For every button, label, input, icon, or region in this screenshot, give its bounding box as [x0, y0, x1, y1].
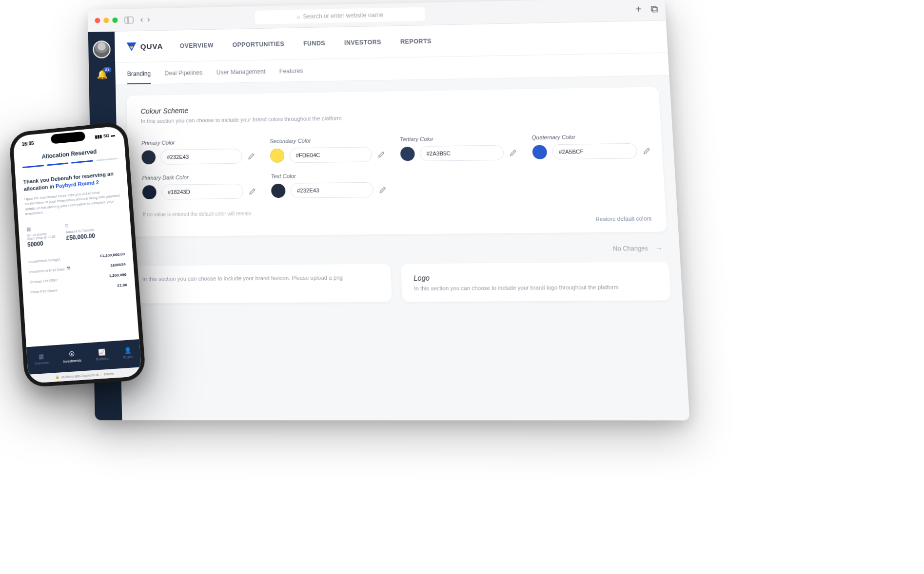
eyedropper-icon[interactable] — [509, 148, 518, 157]
tab-investments[interactable]: ⦿Investments — [62, 350, 81, 364]
chart-icon: 📈 — [98, 348, 106, 356]
nav-funds[interactable]: FUNDS — [303, 39, 325, 47]
subtab-features[interactable]: Features — [279, 67, 303, 81]
sidebar-toggle-icon[interactable] — [124, 17, 133, 23]
traffic-lights — [95, 18, 118, 23]
eyedropper-icon[interactable] — [377, 150, 386, 159]
row-value: £1.00 — [117, 283, 127, 288]
arrow-right-icon[interactable]: → — [655, 244, 663, 252]
color-field-text: Text Color — [271, 172, 388, 199]
color-field-tertiary: Tertiary Color — [400, 134, 518, 161]
stat-value: 50000 — [27, 239, 56, 248]
no-changes-label: No Changes — [613, 245, 649, 252]
color-field-secondary: Secondary Color — [270, 136, 387, 163]
nav-reports[interactable]: REPORTS — [400, 38, 432, 45]
phone-stats: ▦ No. of shares Share price @ £1.00 5000… — [26, 218, 124, 248]
stat-shares: ▦ No. of shares Share price @ £1.00 5000… — [26, 224, 56, 248]
step-indicator — [22, 165, 44, 168]
color-field-primary-dark: Primary Dark Color — [142, 173, 257, 200]
phone-url-text: vc-demo-app-2.quva.co.uk — Private — [61, 372, 114, 379]
transfer-icon: ⎘ — [65, 221, 95, 229]
color-label: Secondary Color — [270, 136, 386, 144]
phone-time: 16:05 — [21, 140, 34, 147]
eyedropper-icon[interactable] — [248, 187, 257, 196]
favicon-card: In this section you can choose to includ… — [130, 264, 392, 304]
color-input[interactable] — [419, 145, 504, 161]
shares-icon: ▦ — [26, 224, 55, 232]
restore-default-colors-link[interactable]: Restore default colors — [143, 215, 651, 227]
browser-window: ‹ › ⌕ Search or enter website name + ⧉ 🔔… — [88, 0, 689, 421]
nav-overview[interactable]: OVERVIEW — [180, 42, 214, 49]
nav-arrows: ‹ › — [140, 14, 150, 24]
eyedropper-icon[interactable] — [378, 185, 388, 194]
phone-mockup: 16:05 ▮▮▮ 5G ▬ Allocation Reserved Thank… — [9, 121, 146, 387]
no-changes-row: No Changes → — [130, 242, 668, 259]
tab-portfolio[interactable]: 📈Portfolio — [95, 348, 109, 361]
detail-text: Upon the investment close date you will … — [24, 188, 121, 217]
new-tab-button[interactable]: + — [635, 3, 642, 15]
color-input[interactable] — [551, 143, 637, 160]
color-swatch[interactable] — [271, 184, 286, 198]
url-placeholder: Search or enter website name — [303, 11, 383, 20]
step-indicator — [96, 158, 118, 161]
signal-bars-icon: ▮▮▮ — [95, 134, 102, 139]
tab-profile[interactable]: 👤Profile — [122, 346, 133, 359]
thank-prefix: Thank you Deborah for reserving an alloc… — [23, 171, 114, 192]
color-field-quaternary: Quaternary Color — [531, 133, 652, 160]
favicon-desc: In this section you can choose to includ… — [142, 274, 379, 282]
profile-icon: 👤 — [124, 347, 132, 354]
row-label: Shares On Offer — [30, 278, 58, 284]
color-swatch[interactable] — [400, 147, 415, 161]
step-indicator — [47, 162, 69, 166]
row-value: 1,200,000 — [109, 272, 126, 278]
url-bar[interactable]: ⌕ Search or enter website name — [255, 7, 426, 24]
stat-amount: ⎘ Amount to Transfer £50,000.00 — [65, 221, 96, 245]
color-input[interactable] — [290, 182, 374, 198]
close-window-button[interactable] — [95, 18, 100, 23]
tab-label: Portfolio — [96, 357, 109, 361]
subtab-deal-pipelines[interactable]: Deal Pipelines — [164, 69, 202, 84]
color-label: Quaternary Color — [531, 133, 651, 140]
color-swatch[interactable] — [142, 185, 157, 199]
tab-overview-button[interactable]: ⧉ — [650, 3, 658, 15]
eyedropper-icon[interactable] — [247, 152, 256, 161]
row-label: Investment Sought — [28, 257, 60, 264]
color-grid: Primary Color Secondary Color — [141, 133, 650, 200]
stat-value: £50,000.00 — [66, 232, 95, 242]
phone-body: Thank you Deborah for reserving an alloc… — [15, 163, 139, 347]
logo-card: Logo In this section you can choose to i… — [401, 262, 671, 302]
row-value: 16/05/24 — [110, 262, 126, 268]
tab-overview[interactable]: ▦Overview — [34, 352, 49, 365]
row-value: £1,200,000.00 — [100, 252, 125, 258]
tab-label: Overview — [35, 361, 49, 365]
notif-count-badge: 21 — [103, 67, 111, 72]
grid-icon: ▦ — [38, 353, 44, 360]
color-input[interactable] — [160, 149, 242, 165]
color-swatch[interactable] — [270, 149, 285, 163]
nav-investors[interactable]: INVESTORS — [344, 38, 381, 46]
subtab-user-management[interactable]: User Management — [216, 68, 265, 83]
minimize-window-button[interactable] — [103, 18, 109, 23]
row-label: Price Per Share — [30, 288, 58, 294]
forward-button[interactable]: › — [147, 14, 150, 24]
color-input[interactable] — [161, 184, 243, 200]
color-swatch[interactable] — [141, 150, 156, 164]
color-swatch[interactable] — [532, 145, 547, 159]
avatar[interactable] — [93, 40, 111, 58]
color-label: Tertiary Color — [400, 134, 517, 142]
notifications-button[interactable]: 🔔 21 — [97, 69, 108, 80]
logo[interactable]: QUVA — [126, 42, 163, 52]
tab-label: Investments — [63, 359, 81, 364]
nav-opportunities[interactable]: OPPORTUNITIES — [232, 40, 284, 48]
broadcast-icon: ⦿ — [69, 351, 75, 358]
subtab-branding[interactable]: Branding — [127, 70, 151, 84]
app-main: QUVA OVERVIEW OPPORTUNITIES FUNDS INVEST… — [115, 20, 690, 420]
tab-label: Profile — [123, 355, 133, 360]
back-button[interactable]: ‹ — [140, 15, 143, 25]
eyedropper-icon[interactable] — [642, 146, 652, 155]
color-label: Primary Dark Color — [142, 173, 256, 181]
maximize-window-button[interactable] — [112, 18, 118, 23]
search-icon: ⌕ — [296, 13, 300, 19]
color-input[interactable] — [289, 147, 373, 163]
detail-rows: Investment Sought £1,200,000.00 Investme… — [28, 249, 128, 298]
